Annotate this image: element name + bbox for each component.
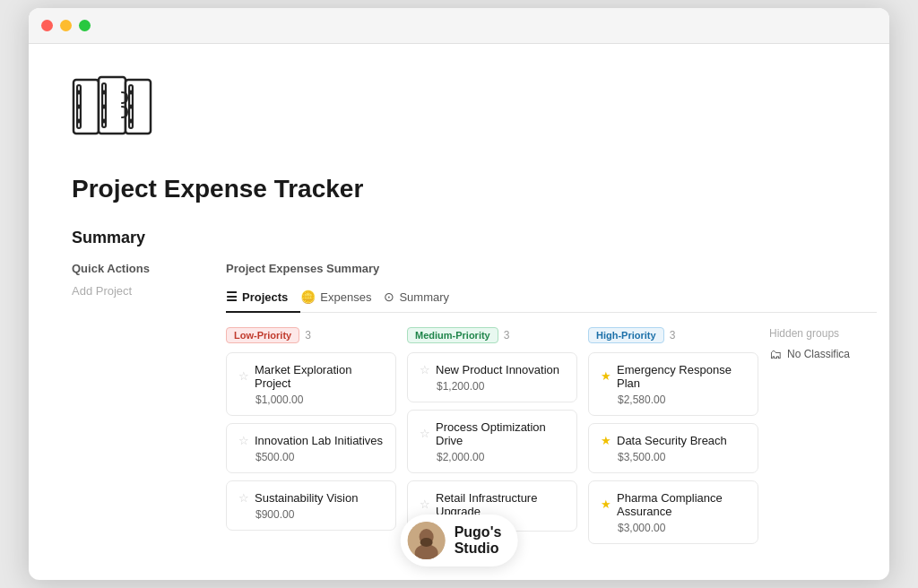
star-icon: ☆ (238, 434, 249, 447)
tab-expenses[interactable]: 🪙 Expenses (300, 284, 384, 313)
low-priority-count: 3 (305, 329, 311, 342)
badge-low-priority: Low-Priority (226, 327, 299, 343)
card-title-row: ★ Data Security Breach (601, 434, 746, 447)
card-title: New Product Innovation (436, 363, 559, 376)
card-title-row: ☆ Innovation Lab Initiatives (238, 434, 384, 447)
add-project-button[interactable]: Add Project (72, 282, 197, 299)
card-title: Emergency Response Plan (617, 363, 746, 390)
svg-point-3 (77, 105, 82, 109)
main-panel: Project Expenses Summary ☰ Projects 🪙 Ex… (226, 262, 877, 551)
card-title: Pharma Compliance Assurance (617, 491, 746, 518)
sidebar: Quick Actions Add Project (72, 262, 197, 551)
tab-summary[interactable]: ⊙ Summary (384, 284, 462, 313)
page-content: Project Expense Tracker Summary Quick Ac… (29, 44, 889, 580)
card-title-row: ★ Pharma Compliance Assurance (601, 491, 746, 518)
archive-icon: 🗂 (769, 347, 782, 361)
card-title-row: ☆ Market Exploration Project (238, 363, 384, 390)
badge-medium-priority: Medium-Priority (407, 327, 498, 343)
panel-label: Project Expenses Summary (226, 262, 877, 275)
card-title-row: ☆ New Product Innovation (420, 363, 565, 376)
svg-point-14 (129, 119, 134, 124)
card-new-product-innovation[interactable]: ☆ New Product Innovation $1,200.00 (407, 352, 577, 402)
card-amount: $2,580.00 (601, 393, 746, 406)
card-title: Process Optimization Drive (436, 420, 565, 447)
card-retail-infrastructure[interactable]: ☆ Retail Infrastructure Upgrade (407, 480, 577, 532)
star-filled-icon: ★ (601, 434, 611, 447)
card-amount: $1,000.00 (238, 393, 384, 406)
tabs-bar: ☰ Projects 🪙 Expenses ⊙ Summary (226, 284, 877, 313)
summary-tab-icon: ⊙ (384, 290, 394, 304)
card-innovation-lab[interactable]: ☆ Innovation Lab Initiatives $500.00 (226, 423, 396, 473)
card-pharma-compliance[interactable]: ★ Pharma Compliance Assurance $3,000.00 (588, 480, 758, 544)
section-title: Summary (72, 229, 846, 247)
column-low-priority: Low-Priority 3 ☆ Market Exploration Proj… (226, 327, 396, 538)
expenses-tab-icon: 🪙 (300, 290, 316, 304)
kanban-board: Low-Priority 3 ☆ Market Exploration Proj… (226, 327, 877, 551)
card-amount: $900.00 (238, 508, 384, 521)
hidden-groups: Hidden groups 🗂 No Classifica (769, 327, 877, 361)
app-window: Project Expense Tracker Summary Quick Ac… (29, 8, 889, 580)
hidden-groups-label: Hidden groups (769, 327, 877, 340)
star-icon: ☆ (238, 369, 249, 383)
card-amount: $3,000.00 (601, 522, 746, 534)
svg-point-12 (129, 91, 134, 95)
card-title: Retail Infrastructure Upgrade (436, 491, 565, 518)
svg-point-7 (102, 91, 107, 95)
page-title: Project Expense Tracker (72, 175, 846, 203)
card-market-exploration[interactable]: ☆ Market Exploration Project $1,000.00 (226, 352, 396, 416)
sidebar-label: Quick Actions (72, 262, 197, 275)
column-header-medium: Medium-Priority 3 (407, 327, 577, 343)
svg-point-4 (77, 119, 82, 124)
column-high-priority: High-Priority 3 ★ Emergency Response Pla… (588, 327, 758, 551)
card-title: Sustainability Vision (255, 491, 358, 505)
svg-point-13 (129, 105, 134, 109)
card-emergency-response[interactable]: ★ Emergency Response Plan $2,580.00 (588, 352, 758, 416)
tab-expenses-label: Expenses (320, 290, 371, 304)
tab-summary-label: Summary (399, 290, 449, 304)
maximize-button[interactable] (79, 20, 91, 31)
close-button[interactable] (41, 20, 53, 31)
column-medium-priority: Medium-Priority 3 ☆ New Product Innovati… (407, 327, 577, 539)
tab-projects-label: Projects (242, 290, 288, 304)
star-icon: ☆ (420, 497, 430, 511)
card-title-row: ☆ Retail Infrastructure Upgrade (420, 491, 565, 518)
medium-priority-count: 3 (504, 329, 510, 342)
star-icon: ☆ (238, 491, 249, 505)
card-title-row: ★ Emergency Response Plan (601, 363, 746, 390)
tab-projects[interactable]: ☰ Projects (226, 284, 300, 313)
no-classifica-item[interactable]: 🗂 No Classifica (769, 347, 877, 361)
svg-point-2 (77, 91, 82, 95)
titlebar (29, 8, 889, 44)
card-amount: $3,500.00 (601, 451, 746, 463)
card-title-row: ☆ Process Optimization Drive (420, 420, 565, 447)
card-title: Market Exploration Project (255, 363, 384, 390)
app-icon (72, 73, 846, 164)
badge-high-priority: High-Priority (588, 327, 664, 343)
star-filled-icon: ★ (601, 497, 611, 511)
card-amount: $1,200.00 (420, 380, 565, 393)
star-icon: ☆ (420, 427, 430, 440)
star-icon: ☆ (420, 363, 430, 376)
svg-point-8 (102, 105, 107, 109)
card-title: Data Security Breach (617, 434, 727, 447)
high-priority-count: 3 (670, 329, 676, 342)
minimize-button[interactable] (60, 20, 72, 31)
card-sustainability-vision[interactable]: ☆ Sustainability Vision $900.00 (226, 480, 396, 531)
card-title: Innovation Lab Initiatives (255, 434, 383, 447)
svg-point-9 (102, 119, 107, 124)
projects-tab-icon: ☰ (226, 290, 238, 304)
no-classifica-label: No Classifica (787, 348, 850, 360)
star-filled-icon: ★ (601, 369, 611, 383)
card-title-row: ☆ Sustainability Vision (238, 491, 384, 505)
column-header-low: Low-Priority 3 (226, 327, 396, 343)
card-amount: $500.00 (238, 451, 384, 463)
card-amount: $2,000.00 (420, 451, 565, 463)
card-data-security[interactable]: ★ Data Security Breach $3,500.00 (588, 423, 758, 473)
column-header-high: High-Priority 3 (588, 327, 758, 343)
card-process-optimization[interactable]: ☆ Process Optimization Drive $2,000.00 (407, 410, 577, 473)
layout: Quick Actions Add Project Project Expens… (72, 262, 846, 551)
